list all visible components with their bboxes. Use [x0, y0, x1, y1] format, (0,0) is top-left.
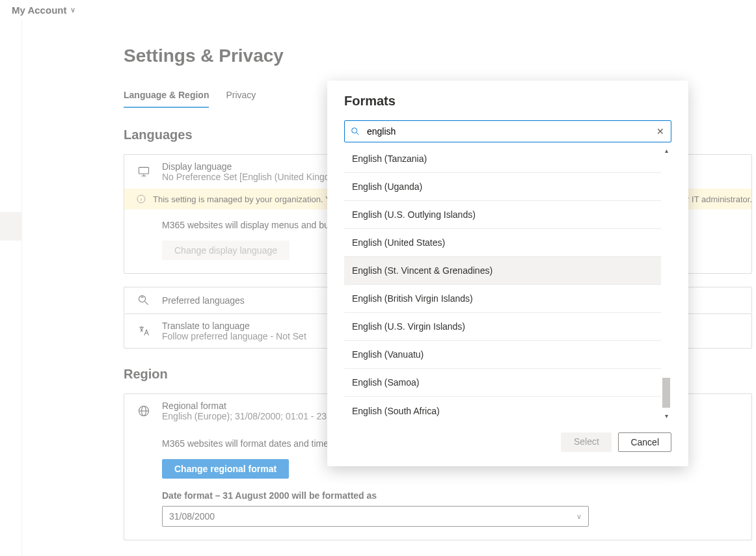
formats-modal: Formats ✕ English (Tanzania) English (Ug…	[327, 81, 688, 466]
format-option[interactable]: English (U.S. Virgin Islands)	[344, 313, 661, 341]
format-option[interactable]: English (British Virgin Islands)	[344, 285, 661, 313]
scroll-thumb[interactable]	[662, 378, 670, 408]
format-option[interactable]: English (Vanuatu)	[344, 341, 661, 369]
svg-point-10	[352, 128, 357, 133]
scroll-up-arrow-icon[interactable]: ▴	[661, 145, 671, 155]
svg-line-11	[357, 133, 358, 135]
search-icon	[350, 126, 360, 137]
scroll-down-arrow-icon[interactable]: ▾	[661, 410, 671, 421]
format-option[interactable]: English (Tanzania)	[344, 145, 661, 173]
format-search-input[interactable]	[366, 126, 650, 137]
format-option[interactable]: English (Samoa)	[344, 369, 661, 397]
format-results-list: English (Tanzania) English (Uganda) Engl…	[344, 145, 661, 421]
results-scrollbar[interactable]: ▴ ▾	[661, 145, 671, 421]
format-option[interactable]: English (United States)	[344, 229, 661, 257]
format-option[interactable]: English (Uganda)	[344, 173, 661, 201]
format-search[interactable]: ✕	[344, 120, 671, 142]
format-option[interactable]: English (St. Vincent & Grenadines)	[344, 257, 661, 285]
select-button: Select	[561, 432, 612, 452]
clear-search-icon[interactable]: ✕	[655, 126, 666, 137]
modal-title: Formats	[344, 94, 671, 109]
cancel-button[interactable]: Cancel	[618, 432, 671, 452]
format-option[interactable]: English (U.S. Outlying Islands)	[344, 201, 661, 229]
format-option[interactable]: English (South Africa)	[344, 397, 661, 421]
